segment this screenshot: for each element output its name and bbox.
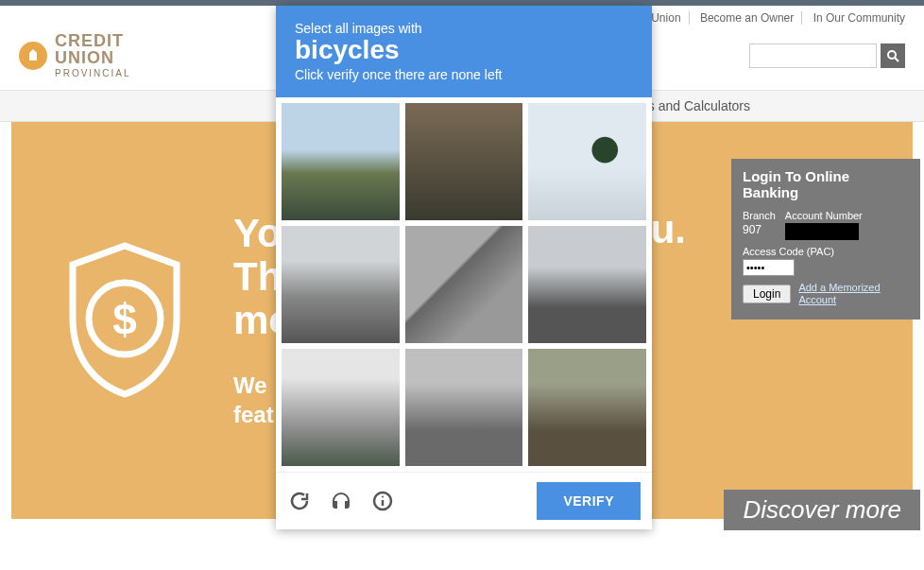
captcha-grid (276, 97, 652, 472)
search-icon (886, 49, 899, 62)
search-area (749, 43, 905, 68)
logo-icon (19, 42, 47, 70)
svg-line-1 (895, 58, 898, 61)
captcha-tile-9[interactable] (528, 349, 646, 466)
discover-more-button[interactable]: Discover more (724, 490, 920, 530)
branch-label: Branch (743, 210, 776, 221)
search-input[interactable] (749, 43, 877, 68)
account-input[interactable] (785, 223, 859, 240)
captcha-instruction-line2: Click verify once there are none left (295, 67, 633, 82)
captcha-instruction-line1: Select all images with (295, 21, 633, 36)
captcha-tile-6[interactable] (528, 226, 646, 343)
svg-text:$: $ (112, 295, 137, 344)
captcha-tile-3[interactable] (528, 103, 646, 220)
verify-button[interactable]: VERIFY (537, 482, 641, 520)
search-button[interactable] (881, 43, 905, 68)
captcha-tile-7[interactable] (282, 349, 400, 466)
login-panel: Login To Online Banking Branch 907 Accou… (731, 159, 920, 320)
shield-dollar-icon: $ (54, 238, 196, 403)
captcha-header: Select all images with bicycles Click ve… (276, 6, 652, 97)
branch-value: 907 (743, 223, 776, 236)
logo-sub: PROVINCIAL (55, 68, 131, 78)
captcha-tile-2[interactable] (405, 103, 523, 220)
logo-line2: UNION (55, 48, 114, 67)
login-title: Login To Online Banking (743, 168, 909, 200)
captcha-tile-5[interactable] (405, 226, 523, 343)
captcha-dialog: Select all images with bicycles Click ve… (276, 6, 652, 529)
add-memorized-link[interactable]: Add a Memorized Account (798, 282, 880, 306)
logo[interactable]: CREDIT UNION PROVINCIAL (19, 32, 131, 78)
captcha-tile-8[interactable] (405, 349, 523, 466)
svg-point-6 (382, 495, 384, 497)
account-label: Account Number (785, 210, 863, 221)
pac-input[interactable] (743, 259, 795, 276)
captcha-footer: VERIFY (276, 472, 652, 529)
svg-point-0 (888, 51, 896, 59)
captcha-target: bicycles (295, 36, 633, 65)
login-button[interactable]: Login (743, 285, 791, 303)
util-link-community[interactable]: In Our Community (806, 11, 913, 25)
captcha-tile-4[interactable] (282, 226, 400, 343)
info-icon[interactable] (370, 489, 395, 513)
captcha-tile-1[interactable] (282, 103, 400, 220)
logo-line1: CREDIT (55, 31, 124, 50)
util-link-owner[interactable]: Become an Owner (693, 11, 802, 25)
pac-label: Access Code (PAC) (743, 246, 909, 257)
headphones-icon[interactable] (329, 489, 353, 513)
reload-icon[interactable] (287, 489, 312, 513)
